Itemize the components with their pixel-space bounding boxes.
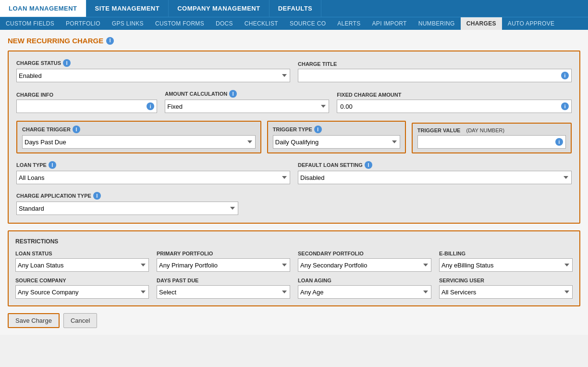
days-past-due-restriction-label: Days Past Due (157, 278, 290, 283)
loan-type-select[interactable]: All Loans Consumer Commercial (16, 171, 290, 184)
nav-company-management[interactable]: Company Management (169, 0, 269, 17)
charge-title-input-wrap: i (298, 69, 572, 82)
fixed-charge-amount-input[interactable] (337, 100, 572, 113)
secondary-portfolio-restriction-label: Secondary Portfolio (298, 251, 431, 256)
charge-trigger-select[interactable]: Days Past Due Loan Status Change Payment… (22, 135, 256, 149)
trigger-value-input-wrap: i (417, 135, 566, 149)
subnav-api-import[interactable]: API Import (367, 17, 413, 30)
days-past-due-restriction-select[interactable]: Select 0 1-30 31-60 61-90 90+ (157, 285, 290, 299)
amount-calculation-select[interactable]: Fixed Percent Other (165, 100, 329, 113)
trigger-type-box: Trigger Type i Daily Qualifying One Time… (267, 121, 406, 153)
subnav-gps-links[interactable]: GPS Links (106, 17, 149, 30)
charge-info-field: Charge Info i (16, 92, 157, 113)
charge-info-input-wrap: i (16, 100, 157, 113)
charge-info-input[interactable] (16, 100, 157, 113)
loan-aging-restriction-label: Loan Aging (298, 278, 431, 283)
cancel-button[interactable]: Cancel (63, 313, 97, 328)
charge-trigger-box: Charge Trigger i Days Past Due Loan Stat… (16, 121, 261, 153)
charge-title-input[interactable] (298, 69, 572, 82)
source-company-restriction-label: Source Company (15, 278, 149, 283)
form-row-5: Charge Application Type i Standard Princ… (16, 192, 572, 215)
default-loan-setting-info-icon[interactable]: i (365, 161, 372, 169)
servicing-user-restriction-field: Servicing User All Servicers (439, 278, 573, 299)
amount-calculation-field: Amount Calculation i Fixed Percent Other (165, 90, 329, 113)
page-title-info-icon[interactable]: i (106, 37, 114, 45)
charge-title-field: Charge Title i (298, 61, 572, 82)
page-title: New Recurring Charge i (8, 37, 580, 45)
nav-loan-management[interactable]: Loan Management (0, 0, 86, 17)
trigger-value-input[interactable] (417, 135, 566, 149)
save-charge-button[interactable]: Save Charge (8, 313, 60, 328)
fixed-charge-amount-input-wrap: i (337, 100, 572, 113)
amount-calculation-info-icon[interactable]: i (229, 90, 237, 98)
charge-trigger-info-icon[interactable]: i (73, 126, 80, 133)
subnav-source-co[interactable]: Source Co (284, 17, 331, 30)
default-loan-setting-select[interactable]: Disabled Enabled (298, 171, 572, 184)
charge-info-label: Charge Info (16, 92, 157, 98)
servicing-user-restriction-select[interactable]: All Servicers (439, 285, 573, 299)
loan-aging-restriction-select[interactable]: Any Age 0-30 31-60 61-90 90+ (298, 285, 431, 299)
sub-nav: Custom Fields Portfolio GPS Links Custom… (0, 17, 588, 30)
charge-status-label: Charge Status i (16, 59, 290, 67)
charge-status-field: Charge Status i Enabled Disabled (16, 59, 290, 82)
charge-title-info-icon[interactable]: i (561, 72, 569, 79)
trigger-value-info-icon[interactable]: i (555, 138, 563, 146)
nav-site-management[interactable]: Site Management (86, 0, 169, 17)
subnav-checklist[interactable]: Checklist (239, 17, 284, 30)
primary-portfolio-restriction-field: Primary Portfolio Any Primary Portfolio (157, 251, 290, 272)
subnav-docs[interactable]: Docs (210, 17, 239, 30)
loan-type-info-icon[interactable]: i (49, 161, 56, 169)
subnav-custom-forms[interactable]: Custom Forms (149, 17, 210, 30)
fixed-charge-amount-field: Fixed Charge Amount i (337, 92, 572, 113)
charge-application-type-label: Charge Application Type i (16, 192, 238, 200)
loan-type-label: Loan Type i (16, 161, 290, 169)
trigger-type-label: Trigger Type i (273, 126, 400, 133)
restrictions-title: Restrictions (15, 238, 573, 245)
form-row-4: Loan Type i All Loans Consumer Commercia… (16, 161, 572, 184)
subnav-numbering[interactable]: Numbering (413, 17, 461, 30)
fixed-charge-amount-info-icon[interactable]: i (561, 102, 569, 110)
charge-status-info-icon[interactable]: i (63, 59, 71, 67)
ebilling-restriction-label: E-Billing (439, 251, 573, 256)
trigger-value-box: Trigger Value (Day number) i (412, 123, 572, 153)
ebilling-restriction-select[interactable]: Any eBilling Status Enrolled Not Enrolle… (439, 258, 573, 272)
trigger-type-info-icon[interactable]: i (314, 126, 322, 133)
charge-status-select[interactable]: Enabled Disabled (16, 69, 290, 82)
source-company-restriction-select[interactable]: Any Source Company (15, 285, 149, 299)
subnav-auto-approve[interactable]: Auto Approve (502, 17, 560, 30)
primary-portfolio-restriction-select[interactable]: Any Primary Portfolio (157, 258, 290, 272)
default-loan-setting-label: Default Loan Setting i (298, 161, 572, 169)
action-buttons-row: Save Charge Cancel (8, 313, 580, 328)
trigger-type-select[interactable]: Daily Qualifying One Time Recurring (273, 135, 400, 149)
form-row-1: Charge Status i Enabled Disabled Charge … (16, 59, 572, 82)
loan-status-restriction-label: Loan Status (15, 251, 149, 256)
default-loan-setting-field: Default Loan Setting i Disabled Enabled (298, 161, 572, 184)
loan-type-field: Loan Type i All Loans Consumer Commercia… (16, 161, 290, 184)
primary-portfolio-restriction-label: Primary Portfolio (157, 251, 290, 256)
days-past-due-restriction-field: Days Past Due Select 0 1-30 31-60 61-90 … (157, 278, 290, 299)
trigger-value-label: Trigger Value (Day number) (417, 127, 566, 133)
subnav-charges[interactable]: Charges (461, 17, 502, 30)
top-nav: Loan Management Site Management Company … (0, 0, 588, 17)
charge-application-type-info-icon[interactable]: i (93, 192, 101, 200)
charge-trigger-label: Charge Trigger i (22, 126, 256, 133)
servicing-user-restriction-label: Servicing User (439, 278, 573, 283)
form-row-2: Charge Info i Amount Calculation i Fixed… (16, 90, 572, 113)
subnav-custom-fields[interactable]: Custom Fields (0, 17, 60, 30)
charge-application-type-select[interactable]: Standard Principal Only Interest Only (16, 202, 238, 215)
subnav-alerts[interactable]: Alerts (331, 17, 366, 30)
secondary-portfolio-restriction-field: Secondary Portfolio Any Secondary Portfo… (298, 251, 431, 272)
restrictions-grid: Loan Status Any Loan Status Active Close… (15, 251, 573, 299)
secondary-portfolio-restriction-select[interactable]: Any Secondary Portfolio (298, 258, 431, 272)
nav-defaults[interactable]: Defaults (270, 0, 322, 17)
restrictions-box: Restrictions Loan Status Any Loan Status… (8, 230, 580, 306)
fixed-charge-amount-label: Fixed Charge Amount (337, 92, 572, 98)
trigger-value-sublabel: (Day number) (466, 127, 504, 133)
loan-status-restriction-select[interactable]: Any Loan Status Active Closed (15, 258, 149, 272)
page-content: New Recurring Charge i Charge Status i E… (0, 30, 588, 335)
subnav-portfolio[interactable]: Portfolio (60, 17, 106, 30)
source-company-restriction-field: Source Company Any Source Company (15, 278, 149, 299)
amount-calculation-label: Amount Calculation i (165, 90, 329, 98)
main-form-box: Charge Status i Enabled Disabled Charge … (8, 51, 580, 224)
trigger-row: Charge Trigger i Days Past Due Loan Stat… (16, 121, 572, 153)
